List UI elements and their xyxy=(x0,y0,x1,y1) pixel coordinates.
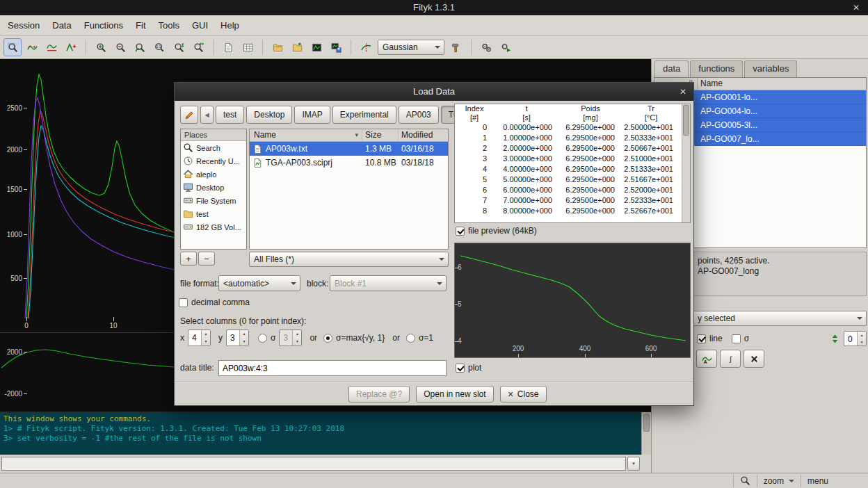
column-header-modified[interactable]: Modified xyxy=(399,129,448,141)
column-header-name[interactable]: Name▾ xyxy=(250,129,362,141)
zoom-in-button[interactable] xyxy=(92,38,110,56)
tab-data[interactable]: data xyxy=(654,60,689,77)
output-console[interactable]: This window shows your commands. 1> # Fi… xyxy=(0,412,651,455)
command-input[interactable] xyxy=(1,457,626,471)
console-scrollbar[interactable] xyxy=(641,412,651,455)
point-size-spinner[interactable]: 0 ▲▼ xyxy=(844,331,867,346)
menu-functions[interactable]: Functions xyxy=(78,16,129,35)
data-table-button[interactable] xyxy=(239,38,257,56)
menu-data[interactable]: Data xyxy=(46,16,77,35)
spinner-arrows[interactable]: ▲▼ xyxy=(857,332,866,345)
file-filter-combo[interactable]: All Files (*) xyxy=(249,252,449,267)
spinner-arrows[interactable]: ▲▼ xyxy=(239,330,248,345)
menu-gui[interactable]: GUI xyxy=(186,16,214,35)
column-header-name[interactable]: Name xyxy=(698,78,866,90)
zoom-horizontal-button[interactable] xyxy=(189,38,207,56)
y-column-spinner[interactable]: 3 ▲▼ xyxy=(226,330,249,346)
sigma-checkbox[interactable] xyxy=(732,334,741,343)
application-window: Fityk 1.3.1 ✕ SessionDataFunctionsFitToo… xyxy=(0,0,868,488)
data-points-mode-button[interactable] xyxy=(23,38,41,56)
path-crumb-desktop[interactable]: Desktop xyxy=(246,106,292,124)
function-type-combo[interactable]: Gaussian xyxy=(378,40,444,55)
zoom-out-button[interactable] xyxy=(111,38,129,56)
place-recently-u-[interactable]: Recently U... xyxy=(181,154,246,168)
file-format-combo[interactable]: <automatic> xyxy=(218,275,300,291)
places-panel: Places SearchRecently U...aleploDesktopF… xyxy=(180,129,247,250)
chevron-down-icon xyxy=(435,46,440,51)
data-title-input[interactable] xyxy=(218,360,447,376)
path-crumb-ap003[interactable]: AP003 xyxy=(399,106,439,124)
menu-fit[interactable]: Fit xyxy=(129,16,152,35)
status-menu[interactable]: menu xyxy=(801,475,835,487)
menu-tools[interactable]: Tools xyxy=(152,16,186,35)
chevron-down-icon xyxy=(439,258,444,263)
path-back-button[interactable]: ◀ xyxy=(200,106,214,124)
plot-frame-button[interactable] xyxy=(307,38,326,56)
line-checkbox[interactable] xyxy=(697,334,706,343)
preview-scrollbar-thumb[interactable] xyxy=(683,105,689,136)
dialog-close-icon[interactable]: ✕ xyxy=(680,83,686,101)
place-file-system[interactable]: File System xyxy=(181,194,246,207)
file-row[interactable]: AP003w.txt 1.3 MB 03/16/18 xyxy=(250,142,448,156)
data-transform-button[interactable] xyxy=(357,38,375,56)
console-scrollbar-thumb[interactable] xyxy=(643,414,650,432)
or-label: or xyxy=(392,333,400,343)
menu-help[interactable]: Help xyxy=(214,16,246,35)
place-test[interactable]: test xyxy=(181,207,246,220)
close-button[interactable]: ✕ Close xyxy=(500,386,547,402)
run-fit-button[interactable] xyxy=(477,38,495,56)
open-file-button[interactable] xyxy=(268,38,287,56)
zoom-previous-button[interactable] xyxy=(131,38,149,56)
status-pointer-cell[interactable] xyxy=(733,475,757,487)
path-crumb-test[interactable]: test xyxy=(216,106,244,124)
file-preview-checkbox[interactable] xyxy=(456,227,465,236)
type-location-toggle[interactable] xyxy=(180,106,198,124)
history-dropdown-button[interactable]: ▾ xyxy=(627,457,640,471)
path-crumb-experimental[interactable]: Experimental xyxy=(332,106,396,124)
add-place-button[interactable]: + xyxy=(180,252,197,266)
file-list: Name▾ Size Modified AP003w.txt 1.3 MB 03… xyxy=(249,129,449,250)
window-close-icon[interactable]: ✕ xyxy=(853,0,860,15)
save-plot-image-button[interactable] xyxy=(327,38,345,56)
tab-functions[interactable]: functions xyxy=(690,60,743,77)
open-file-new-slot-button[interactable] xyxy=(288,38,306,56)
file-row[interactable]: TGA-AP003.sciprj 10.8 MB 03/18/18 xyxy=(250,156,448,170)
place-182-gb-vol-[interactable]: 182 GB Vol... xyxy=(181,220,246,234)
spinner-arrows[interactable]: ▲▼ xyxy=(201,330,210,345)
svg-text:1:1: 1:1 xyxy=(156,45,161,49)
place-search[interactable]: Search xyxy=(181,141,246,154)
baseline-mode-button[interactable] xyxy=(42,38,61,56)
x-column-spinner[interactable]: 4 ▲▼ xyxy=(188,330,211,346)
zoom-vertical-button[interactable] xyxy=(170,38,188,56)
path-crumb-imap[interactable]: IMAP xyxy=(294,106,330,124)
open-in-new-slot-button[interactable]: Open in new slot xyxy=(416,386,493,402)
menu-session[interactable]: Session xyxy=(1,16,46,35)
home-icon xyxy=(183,169,193,179)
fit-settings-button[interactable] xyxy=(497,38,515,56)
preview-scrollbar[interactable] xyxy=(682,104,690,222)
sigma-one-radio[interactable] xyxy=(406,334,415,343)
plot-checkbox[interactable] xyxy=(456,364,465,373)
replace-button[interactable]: Replace @? xyxy=(348,386,410,402)
sigma-max-radio[interactable] xyxy=(323,334,332,343)
definition-manager-button[interactable] xyxy=(219,38,237,56)
place-aleplo[interactable]: aleplo xyxy=(181,168,246,181)
zoom-all-button[interactable]: 1:1 xyxy=(150,38,168,56)
tab-variables[interactable]: variables xyxy=(744,60,797,77)
delete-dataset-button[interactable] xyxy=(744,350,764,368)
drive-icon xyxy=(183,195,193,206)
zoom-select-mode-button[interactable] xyxy=(3,38,22,56)
decimal-comma-checkbox[interactable] xyxy=(179,298,188,307)
add-peak-mode-button[interactable] xyxy=(62,38,80,56)
add-function-button[interactable] xyxy=(447,38,465,56)
status-zoom[interactable]: zoom xyxy=(757,475,801,487)
place-desktop[interactable]: Desktop xyxy=(181,181,246,194)
toolbar: 1:1 Gaussian xyxy=(0,36,868,59)
file-preview-label: file preview (64kB) xyxy=(468,226,537,236)
remove-place-button[interactable]: − xyxy=(198,252,215,266)
data-edit-button[interactable]: A xyxy=(696,350,717,368)
column-header-size[interactable]: Size xyxy=(362,129,399,141)
sort-arrow-icon: ▾ xyxy=(355,129,358,141)
sigma-column-radio[interactable] xyxy=(258,334,267,343)
data-transform-button[interactable]: ∫ xyxy=(720,350,741,368)
